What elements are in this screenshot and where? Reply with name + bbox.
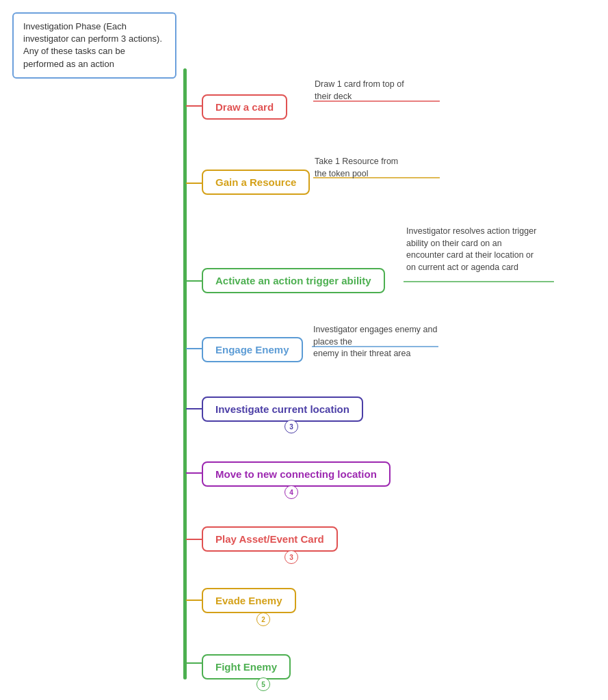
activate-trigger-desc: Investigator resolves action triggerabil… bbox=[406, 226, 564, 273]
draw-card-desc: Draw 1 card from top oftheir deck bbox=[315, 79, 404, 103]
header-box: Investigation Phase (Each investigator c… bbox=[12, 12, 176, 79]
engage-enemy-box: Engage Enemy bbox=[202, 337, 303, 362]
move-annotation: 4 bbox=[285, 485, 298, 499]
evade-enemy-label: Evade Enemy bbox=[215, 595, 282, 606]
play-card-box: Play Asset/Event Card bbox=[202, 526, 338, 552]
engage-enemy-desc: Investigator engages enemy and places th… bbox=[313, 324, 464, 360]
play-card-annotation: 3 bbox=[285, 550, 298, 564]
investigate-annotation: 3 bbox=[285, 420, 298, 433]
activate-trigger-label: Activate an action trigger ability bbox=[215, 275, 371, 286]
draw-card-box: Draw a card bbox=[202, 94, 287, 120]
play-card-label: Play Asset/Event Card bbox=[215, 533, 324, 545]
engage-enemy-label: Engage Enemy bbox=[215, 344, 289, 355]
activate-trigger-box: Activate an action trigger ability bbox=[202, 268, 385, 293]
evade-enemy-box: Evade Enemy bbox=[202, 588, 296, 613]
fight-enemy-box: Fight Enemy bbox=[202, 654, 291, 679]
header-text: Investigation Phase (Each investigator c… bbox=[23, 21, 162, 69]
investigate-location-box: Investigate current location bbox=[202, 396, 363, 422]
fight-annotation: 5 bbox=[256, 677, 270, 691]
gain-resource-desc: Take 1 Resource fromthe token pool bbox=[315, 156, 398, 180]
evade-annotation: 2 bbox=[256, 612, 270, 626]
move-location-box: Move to new connecting location bbox=[202, 461, 391, 487]
vertical-line bbox=[183, 68, 187, 679]
gain-resource-label: Gain a Resource bbox=[215, 176, 296, 188]
gain-resource-box: Gain a Resource bbox=[202, 170, 310, 195]
draw-card-label: Draw a card bbox=[215, 101, 274, 113]
fight-enemy-label: Fight Enemy bbox=[215, 661, 277, 673]
move-location-label: Move to new connecting location bbox=[215, 468, 377, 480]
connectors-svg bbox=[0, 0, 608, 700]
investigate-location-label: Investigate current location bbox=[215, 403, 349, 415]
page-container: Investigation Phase (Each investigator c… bbox=[0, 0, 608, 700]
